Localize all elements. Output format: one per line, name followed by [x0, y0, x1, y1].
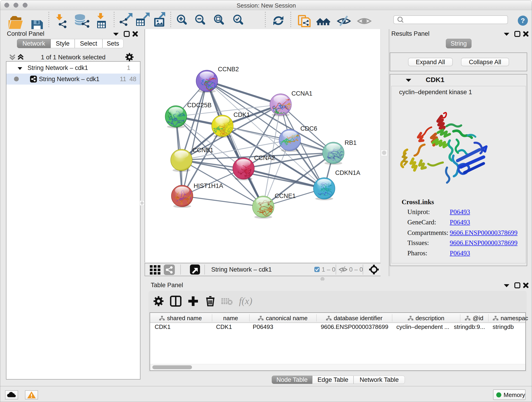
svg-text:CDC25B: CDC25B [187, 102, 212, 109]
svg-text:f(x): f(x) [239, 296, 252, 306]
svg-text:RB1: RB1 [345, 139, 357, 146]
svg-text:String Network – cdk1: String Network – cdk1 [211, 266, 272, 273]
svg-text:CDKN1A: CDKN1A [335, 169, 360, 176]
svg-text:HIST1H1A: HIST1H1A [194, 182, 223, 189]
svg-text:0 – 0: 0 – 0 [349, 266, 363, 273]
svg-text:1 – 0: 1 – 0 [322, 266, 336, 273]
svg-text:CCNE1: CCNE1 [275, 192, 296, 199]
svg-text:CCNA2: CCNA2 [254, 154, 275, 161]
svg-text:CCNB2: CCNB2 [218, 66, 239, 73]
svg-text:CCNA1: CCNA1 [291, 90, 312, 97]
svg-text:CDC6: CDC6 [300, 125, 317, 132]
svg-text:CCNB1: CCNB1 [192, 147, 214, 153]
svg-text:CDK1: CDK1 [234, 111, 250, 118]
